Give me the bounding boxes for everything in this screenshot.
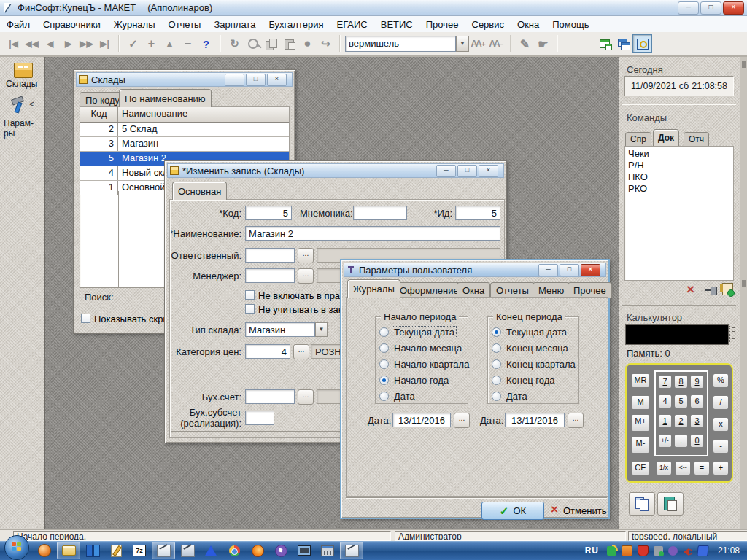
calc-key-m[interactable]: M — [631, 395, 650, 410]
app-titlebar[interactable]: ФинСофт:КупецЪ - МАКЕТ (Апполинаров) ─ □… — [0, 0, 747, 16]
tab-journals[interactable]: Журналы — [347, 279, 400, 298]
menu-windows[interactable]: Окна — [511, 17, 546, 32]
tray-viber-icon[interactable] — [668, 546, 678, 556]
manager-field[interactable] — [245, 268, 295, 283]
user-parameters-titlebar[interactable]: Параметры пользователя ─ □ × — [344, 262, 606, 277]
end-date-radio[interactable] — [492, 392, 501, 401]
tray-usb-icon[interactable] — [654, 546, 663, 556]
warehouse-type-select[interactable]: Магазин — [245, 322, 315, 337]
nav-forward-button[interactable]: ▶ — [59, 35, 77, 52]
responsible-field[interactable] — [245, 248, 295, 262]
menu-file[interactable]: Файл — [0, 17, 36, 32]
chevron-collapse[interactable]: < — [29, 99, 34, 109]
command-item[interactable]: РКО — [628, 183, 730, 195]
ok-button[interactable]: ✓ ОК — [481, 502, 544, 520]
table-row[interactable]: 25 Склад — [80, 122, 289, 137]
account-field[interactable] — [245, 389, 295, 404]
edit-close-button[interactable]: × — [479, 165, 498, 177]
start-current-date-radio[interactable] — [379, 327, 389, 337]
menu-accounting[interactable]: Бухгалтерия — [262, 17, 330, 32]
tile-windows-button[interactable] — [614, 35, 632, 52]
show-hidden-checkbox[interactable] — [81, 314, 90, 323]
taskbar-app-quill-icon[interactable] — [152, 542, 175, 559]
delete-record-button[interactable]: − — [179, 35, 197, 52]
mnemonic-field[interactable] — [353, 206, 407, 220]
exclude-pricelist-checkbox[interactable] — [245, 290, 255, 300]
app-minimize-button[interactable]: ─ — [678, 1, 699, 15]
end-month-end-radio[interactable] — [492, 343, 501, 353]
panel-edge-strip[interactable] — [740, 57, 747, 529]
warehouses-minimize-button[interactable]: ─ — [225, 74, 244, 86]
taskbar-bank-app-icon[interactable] — [317, 542, 338, 559]
end-date-label[interactable]: Дата — [505, 391, 529, 402]
taskbar-clock[interactable]: 21:08 — [718, 545, 740, 556]
start-quarter-begin-radio[interactable] — [379, 359, 389, 369]
taskbar-remote-desktop-icon[interactable] — [293, 542, 315, 559]
language-indicator[interactable]: RU — [585, 545, 599, 556]
calc-key-2[interactable]: 2 — [674, 414, 688, 428]
calc-key-equals[interactable]: = — [694, 461, 710, 475]
app-maximize-button[interactable]: □ — [700, 1, 721, 15]
end-month-end-label[interactable]: Конец месяца — [505, 343, 570, 354]
cancel-button[interactable]: Отменить — [563, 505, 606, 516]
end-quarter-end-label[interactable]: Конец квартала — [505, 359, 577, 370]
menu-references[interactable]: Справочники — [36, 17, 107, 32]
calc-key-minus[interactable]: - — [713, 439, 729, 454]
nav-back-button[interactable]: ◀ — [41, 35, 59, 52]
start-quarter-begin-label[interactable]: Начало квартала — [392, 359, 471, 370]
calc-key-8[interactable]: 8 — [674, 375, 688, 389]
start-button[interactable] — [4, 535, 29, 560]
tray-shield-icon[interactable] — [638, 545, 649, 556]
confirm-button[interactable]: ✓ — [124, 35, 142, 52]
manager-lookup-button[interactable]: ... — [298, 268, 314, 284]
calc-key-mr[interactable]: MR — [631, 373, 650, 388]
menu-vetis[interactable]: ВЕТИС — [374, 17, 419, 32]
calc-key-mplus[interactable]: M+ — [631, 414, 650, 432]
start-date-picker-button[interactable]: ... — [454, 413, 470, 428]
menu-other[interactable]: Прочее — [419, 17, 465, 32]
tab-references-short[interactable]: Спр — [625, 132, 651, 146]
start-month-begin-label[interactable]: Начало месяца — [392, 343, 463, 354]
help-button[interactable]: ? — [197, 35, 215, 52]
tab-by-name[interactable]: По наименованию — [119, 89, 212, 107]
parameters-icon[interactable] — [10, 96, 25, 112]
calc-key-7[interactable]: 7 — [658, 375, 672, 389]
tab-other[interactable]: Прочее — [568, 282, 612, 298]
calc-key-reciprocal[interactable]: 1/x — [656, 461, 672, 475]
record-button[interactable]: ● — [298, 35, 317, 52]
warehouses-titlebar[interactable]: Склады ─ □ × — [76, 72, 293, 87]
find-next-button[interactable]: АА+ — [469, 35, 487, 52]
app-close-button[interactable]: × — [723, 1, 744, 15]
change-record-button[interactable]: ▲ — [160, 35, 179, 52]
redo-button[interactable]: ↪ — [317, 35, 335, 52]
taskbar-notepad-icon[interactable] — [105, 542, 127, 559]
tab-menu[interactable]: Меню — [533, 282, 570, 298]
start-date-label[interactable]: Дата — [392, 391, 417, 402]
calc-key-negate[interactable]: +/- — [658, 434, 672, 448]
name-field[interactable]: Магазин 2 — [245, 226, 500, 241]
command-item[interactable]: Р/Н — [628, 160, 730, 171]
quill-button[interactable]: ✎ — [516, 35, 534, 52]
warehouses-close-button[interactable]: × — [267, 74, 287, 86]
tab-main[interactable]: Основная — [172, 182, 227, 200]
start-date-field[interactable]: 13/11/2016 — [392, 413, 451, 427]
price-category-field[interactable]: 4 — [245, 344, 290, 359]
responsible-lookup-button[interactable]: ... — [298, 248, 314, 263]
taskbar-firefox-icon[interactable] — [247, 542, 268, 559]
taskbar-app-quill2-icon[interactable] — [177, 542, 198, 559]
edit-maximize-button[interactable]: □ — [457, 165, 477, 177]
nav-fast-back-button[interactable]: ◀◀ — [23, 35, 41, 52]
search-combo-value[interactable]: вермишель — [345, 36, 456, 52]
edit-record-titlebar[interactable]: *Изменить запись (Склады) ─ □ × — [167, 163, 504, 178]
start-year-begin-label[interactable]: Начало года — [392, 375, 450, 386]
end-year-end-label[interactable]: Конец года — [505, 375, 557, 386]
calc-key-backspace[interactable]: <-- — [675, 461, 691, 475]
pin-icon[interactable] — [705, 284, 717, 296]
menu-reports[interactable]: Отчеты — [162, 17, 208, 32]
menu-egais[interactable]: ЕГАИС — [330, 17, 374, 32]
table-row[interactable]: 3Магазин — [80, 137, 289, 152]
taskbar-viber-icon[interactable] — [270, 542, 292, 559]
start-month-begin-radio[interactable] — [379, 343, 389, 353]
calc-key-9[interactable]: 9 — [690, 375, 704, 389]
edit-minimize-button[interactable]: ─ — [436, 165, 456, 177]
